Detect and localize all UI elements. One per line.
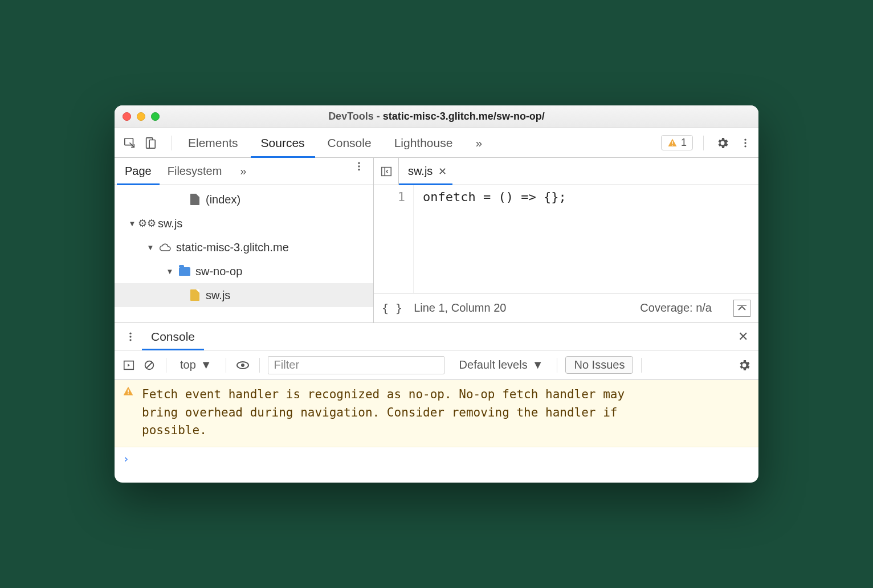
line-gutter: 1 — [374, 185, 414, 293]
close-window-button[interactable] — [123, 112, 131, 121]
tree-item-label: sw.js — [158, 217, 182, 230]
show-sidebar-icon[interactable] — [120, 357, 137, 374]
separator — [641, 358, 642, 373]
separator — [172, 136, 172, 150]
svg-point-7 — [744, 145, 746, 147]
svg-point-15 — [129, 336, 131, 337]
chevron-down-icon: ▼ — [532, 358, 544, 371]
svg-point-16 — [129, 339, 131, 341]
svg-point-5 — [744, 138, 746, 140]
coverage-label: Coverage: n/a — [640, 301, 712, 315]
console-filter-input[interactable]: Filter — [268, 356, 444, 374]
tree-item-domain[interactable]: ▼ static-misc-3.glitch.me — [115, 235, 373, 259]
window-title: DevTools - static-misc-3.glitch.me/sw-no… — [115, 111, 758, 122]
main-toolbar: Elements Sources Console Lighthouse » 1 — [115, 128, 758, 158]
svg-point-8 — [358, 162, 360, 164]
live-expression-icon[interactable] — [234, 357, 251, 374]
tree-item-sw-root[interactable]: ▼ ⚙︎⚙︎ sw.js — [115, 211, 373, 235]
separator — [703, 136, 704, 150]
warning-icon — [123, 386, 134, 440]
file-tab-label: sw.js — [408, 165, 433, 178]
file-tree: (index) ▼ ⚙︎⚙︎ sw.js ▼ static-misc-3.gli… — [115, 185, 373, 322]
separator — [557, 358, 557, 373]
editor-statusbar: { } Line 1, Column 20 Coverage: n/a — [374, 293, 758, 322]
close-tab-icon[interactable]: ✕ — [438, 165, 447, 178]
devtools-window: DevTools - static-misc-3.glitch.me/sw-no… — [115, 105, 758, 483]
code-editor[interactable]: 1 onfetch = () => {}; — [374, 185, 758, 293]
svg-line-19 — [146, 362, 153, 368]
separator — [259, 358, 260, 373]
filter-placeholder: Filter — [274, 358, 299, 371]
warnings-badge[interactable]: 1 — [661, 135, 693, 150]
traffic-lights — [123, 112, 160, 121]
console-messages: Fetch event handler is recognized as no-… — [115, 380, 758, 483]
toggle-navigator-icon[interactable] — [374, 158, 399, 185]
expand-arrow-icon: ▼ — [166, 267, 174, 276]
expand-arrow-icon: ▼ — [128, 219, 136, 228]
minimize-window-button[interactable] — [137, 112, 145, 121]
warning-count: 1 — [681, 137, 687, 149]
tree-item-label: static-misc-3.glitch.me — [176, 241, 289, 254]
context-selector[interactable]: top ▼ — [174, 358, 218, 371]
console-settings-icon[interactable] — [736, 357, 753, 374]
tree-item-index[interactable]: (index) — [115, 187, 373, 211]
file-tab-swjs[interactable]: sw.js ✕ — [399, 158, 452, 185]
navigator-tabs: Page Filesystem » — [115, 158, 373, 185]
toggle-sidebar-icon[interactable] — [733, 300, 750, 317]
separator — [166, 358, 166, 373]
device-toggle-icon[interactable] — [142, 134, 159, 152]
tab-elements[interactable]: Elements — [177, 128, 250, 157]
folder-icon — [178, 267, 191, 276]
editor-panel: sw.js ✕ 1 onfetch = () => {}; { } Line 1… — [374, 158, 758, 322]
cursor-position: Line 1, Column 20 — [414, 301, 506, 315]
console-warning-row[interactable]: Fetch event handler is recognized as no-… — [115, 380, 758, 447]
tree-item-file-selected[interactable]: sw.js — [115, 283, 373, 307]
titlebar: DevTools - static-misc-3.glitch.me/sw-no… — [115, 105, 758, 128]
js-file-icon — [189, 289, 201, 301]
drawer-tab-console[interactable]: Console — [142, 323, 204, 350]
drawer-menu-icon[interactable] — [119, 323, 142, 350]
chevron-down-icon: ▼ — [201, 358, 212, 371]
clear-console-icon[interactable] — [141, 357, 158, 374]
svg-rect-0 — [125, 138, 133, 145]
navigator: Page Filesystem » (index) ▼ ⚙︎⚙︎ sw.js — [115, 158, 374, 322]
zoom-window-button[interactable] — [151, 112, 160, 121]
code-content: onfetch = () => {}; — [414, 185, 566, 293]
svg-point-10 — [358, 169, 360, 170]
svg-point-6 — [744, 142, 746, 144]
svg-rect-3 — [672, 141, 673, 144]
file-icon — [189, 194, 201, 205]
svg-rect-4 — [672, 145, 673, 146]
separator — [226, 358, 226, 373]
svg-point-21 — [241, 364, 244, 367]
svg-rect-22 — [128, 390, 129, 393]
close-drawer-icon[interactable]: ✕ — [732, 323, 754, 350]
tab-sources[interactable]: Sources — [250, 128, 316, 157]
drawer-tabs: Console ✕ — [115, 323, 758, 350]
more-tabs-button[interactable]: » — [464, 128, 493, 157]
tab-lighthouse[interactable]: Lighthouse — [383, 128, 464, 157]
expand-arrow-icon: ▼ — [146, 243, 154, 252]
panel-tabs: Elements Sources Console Lighthouse » — [177, 128, 661, 157]
svg-rect-23 — [128, 394, 129, 395]
kebab-menu-icon[interactable] — [737, 134, 754, 152]
tab-console[interactable]: Console — [316, 128, 383, 157]
inspect-element-icon[interactable] — [121, 134, 138, 152]
subtab-filesystem[interactable]: Filesystem — [160, 158, 230, 185]
tree-item-folder[interactable]: ▼ sw-no-op — [115, 259, 373, 283]
log-levels-selector[interactable]: Default levels ▼ — [454, 358, 549, 371]
tree-item-label: (index) — [206, 193, 240, 206]
svg-rect-2 — [149, 140, 155, 148]
svg-point-9 — [358, 166, 360, 168]
settings-gear-icon[interactable] — [714, 134, 731, 152]
console-prompt[interactable]: › — [115, 447, 758, 483]
tree-item-label: sw.js — [206, 289, 230, 302]
pretty-print-icon[interactable]: { } — [382, 301, 402, 315]
more-subtabs-button[interactable]: » — [232, 158, 254, 185]
navigator-menu-icon[interactable] — [350, 158, 368, 175]
service-worker-icon: ⚙︎⚙︎ — [141, 217, 153, 230]
subtab-page[interactable]: Page — [117, 158, 160, 185]
issues-button[interactable]: No Issues — [565, 356, 633, 374]
editor-tabs: sw.js ✕ — [374, 158, 758, 185]
console-toolbar: top ▼ Filter Default levels ▼ No Issues — [115, 350, 758, 380]
